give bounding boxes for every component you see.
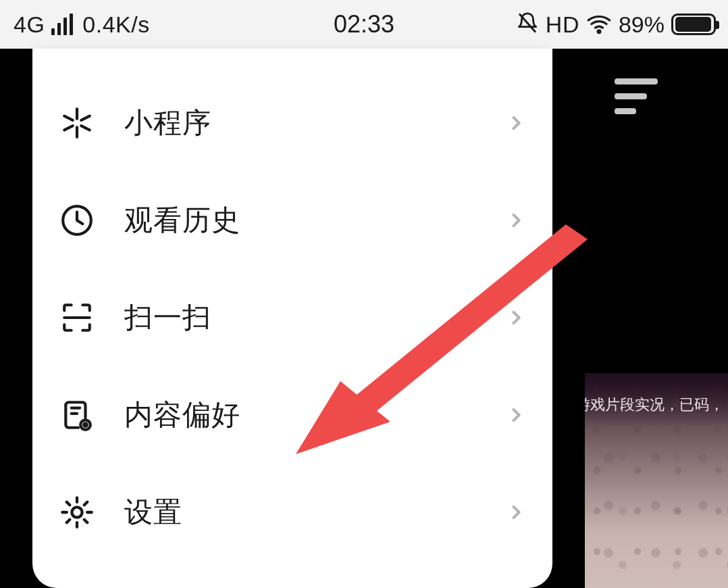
svg-point-0 <box>598 30 600 33</box>
hd-indicator: HD <box>546 11 579 38</box>
svg-line-8 <box>81 116 90 120</box>
svg-line-6 <box>64 116 73 120</box>
svg-point-15 <box>84 423 87 426</box>
menu-item-content-pref[interactable]: 内容偏好 <box>32 366 552 464</box>
menu-item-label: 小程序 <box>124 104 211 142</box>
svg-line-7 <box>81 126 90 130</box>
chevron-right-icon <box>506 503 525 522</box>
menu-item-scan[interactable]: 扫一扫 <box>32 269 552 366</box>
menu-toggle-button[interactable] <box>615 78 660 118</box>
menu-item-settings[interactable]: 设置 <box>32 464 552 561</box>
mute-icon <box>516 11 539 37</box>
menu-item-label: 观看历史 <box>124 201 240 239</box>
battery-percent: 89% <box>619 11 665 38</box>
menu-item-label: 内容偏好 <box>124 396 240 434</box>
svg-rect-3 <box>615 108 636 114</box>
mini-program-icon <box>58 104 96 142</box>
menu-item-history[interactable]: 观看历史 <box>32 172 552 269</box>
gear-icon <box>58 493 96 531</box>
side-drawer: 小程序 观看历史 扫一扫 <box>32 49 552 588</box>
chevron-right-icon <box>506 211 525 230</box>
menu-item-label: 扫一扫 <box>124 299 211 337</box>
data-speed: 0.4K/s <box>82 11 149 38</box>
chevron-right-icon <box>506 114 525 132</box>
signal-strength-icon <box>51 14 73 35</box>
svg-point-16 <box>72 507 82 517</box>
menu-item-mini-program[interactable]: 小程序 <box>32 74 552 172</box>
video-caption: 游戏片段实况，已码， <box>585 395 728 415</box>
wifi-icon <box>586 10 612 39</box>
clock: 02:33 <box>334 10 394 38</box>
content-pref-icon <box>58 396 96 434</box>
svg-rect-1 <box>615 78 658 84</box>
status-bar-left: 4G 0.4K/s <box>14 11 150 38</box>
battery-icon <box>671 14 716 35</box>
svg-line-9 <box>64 126 73 130</box>
background-video-thumbnail[interactable]: 游戏片段实况，已码， <box>585 373 728 588</box>
scan-icon <box>58 299 96 337</box>
chevron-right-icon <box>506 308 525 327</box>
svg-rect-2 <box>615 93 647 99</box>
status-bar-right: HD 89% <box>516 10 716 39</box>
status-bar: 4G 0.4K/s 02:33 HD 89% <box>0 0 728 49</box>
clock-icon <box>58 201 96 239</box>
network-type: 4G <box>14 11 45 38</box>
menu-item-label: 设置 <box>124 493 182 531</box>
chevron-right-icon <box>506 406 525 424</box>
